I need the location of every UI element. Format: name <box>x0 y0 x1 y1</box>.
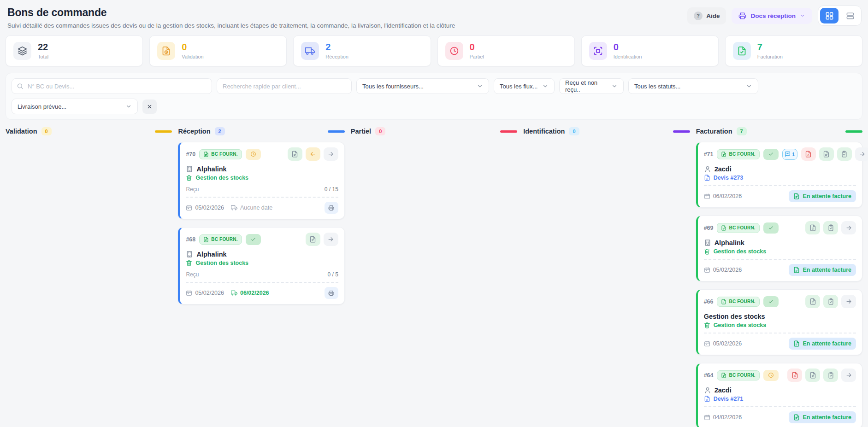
card-actions <box>805 221 856 234</box>
column-accent-bar <box>155 130 172 133</box>
card-source: Gestion des stocks <box>195 175 248 181</box>
supplier-filter-select[interactable]: Tous les fournisseurs... <box>356 78 489 94</box>
invoice-status-badge: En attente facture <box>789 190 856 202</box>
column-body: #70BC FOURN.AlphalinkGestion des stocksR… <box>178 142 344 304</box>
card-date: 04/02/2026 <box>704 414 742 421</box>
order-card-70[interactable]: #70BC FOURN.AlphalinkGestion des stocksR… <box>178 142 344 219</box>
file-action-button[interactable] <box>805 369 820 382</box>
view-toggle <box>818 6 862 26</box>
kanban-board: Validation0Réception2#70BC FOURN.Alphali… <box>6 127 862 427</box>
arrow-right-action-button[interactable] <box>324 233 338 246</box>
card-header: #68BC FOURN. <box>186 233 338 246</box>
arrow-right-action-button[interactable] <box>841 295 856 308</box>
status-filter-select[interactable]: Tous les statuts... <box>628 78 758 94</box>
progress-label: Reçu <box>186 271 199 278</box>
stat-card-reception: 2Réception <box>293 35 431 66</box>
calendar-icon <box>186 290 192 296</box>
stat-value: 0 <box>614 42 642 52</box>
column-accent-bar <box>673 130 690 133</box>
card-date: 05/02/2026 <box>186 290 224 296</box>
arrow-right-action-button[interactable] <box>841 221 856 234</box>
file-action-button[interactable] <box>306 233 320 246</box>
client-search-input[interactable] <box>217 78 352 94</box>
card-divider <box>704 333 856 333</box>
clipboard-check-icon <box>841 151 848 158</box>
order-card-66[interactable]: #66BC FOURN.Gestion des stocksGestion de… <box>696 289 862 355</box>
help-button[interactable]: ? Aide <box>687 7 726 24</box>
devis-link[interactable]: Devis #273 <box>714 175 744 181</box>
card-divider <box>186 197 338 198</box>
invoice-status-badge: En attente facture <box>789 338 856 350</box>
docs-reception-button[interactable]: Docs réception <box>732 8 812 24</box>
card-title-row: Alphalink <box>704 239 856 246</box>
file-action-button[interactable] <box>288 147 302 161</box>
file-icon <box>809 224 816 231</box>
print-button[interactable] <box>325 202 338 214</box>
clear-filters-button[interactable] <box>142 99 157 114</box>
arrow-right-action-button[interactable] <box>841 369 856 382</box>
clipboard-check-action-button[interactable] <box>823 369 838 382</box>
card-source-row: Gestion des stocks <box>704 248 856 255</box>
stat-label: Partiel <box>470 54 484 59</box>
card-title-row: 2acdi <box>704 386 856 394</box>
calendar-icon <box>704 414 710 421</box>
card-title: Alphalink <box>714 239 744 246</box>
arrow-right-icon <box>327 151 334 158</box>
pdf-action-button[interactable]: A <box>787 369 802 382</box>
arrow-right-action-button[interactable] <box>324 147 338 161</box>
print-button[interactable] <box>325 287 338 299</box>
person-icon <box>704 165 711 173</box>
devis-link[interactable]: Devis #271 <box>714 396 744 402</box>
stat-text: 22Total <box>38 42 48 59</box>
clipboard-check-action-button[interactable] <box>823 295 838 308</box>
invoice-status-label: En attente facture <box>803 340 851 347</box>
progress-value: 0 / 15 <box>325 186 338 193</box>
file-action-button[interactable] <box>805 221 820 234</box>
file-action-button[interactable] <box>805 295 820 308</box>
arrow-left-icon <box>309 151 316 158</box>
supplier-filter-value: Tous les fournisseurs... <box>362 83 424 90</box>
column-partiel: Partiel0 <box>351 127 517 142</box>
arrow-right-icon <box>845 372 852 379</box>
svg-text:A: A <box>808 153 809 156</box>
arrow-left-action-button[interactable] <box>306 147 320 161</box>
card-date-value: 06/02/2026 <box>713 193 742 199</box>
order-search-wrap <box>12 78 212 94</box>
order-card-69[interactable]: #69BC FOURN.AlphalinkGestion des stocks0… <box>696 216 862 281</box>
file-icon <box>721 225 726 231</box>
order-card-71[interactable]: #71BC FOURN.1A2acdiDevis #27306/02/2026E… <box>696 142 862 208</box>
file-action-button[interactable] <box>819 147 834 161</box>
card-header: #71BC FOURN.1A <box>704 147 856 161</box>
type-badge-label: BC FOURN. <box>211 237 237 242</box>
order-card-68[interactable]: #68BC FOURN.AlphalinkGestion des stocksR… <box>178 227 344 304</box>
truck-icon <box>231 205 237 211</box>
file-icon <box>721 299 726 304</box>
chevron-down-icon <box>125 103 132 110</box>
order-card-64[interactable]: #64BC FOURN.A2acdiDevis #27104/02/2026En… <box>696 363 862 427</box>
calendar-icon <box>186 205 192 211</box>
chevron-down-icon <box>477 83 483 89</box>
card-footer: 05/02/2026En attente facture <box>704 264 856 276</box>
stat-label: Total <box>38 54 48 59</box>
order-search-input[interactable] <box>12 78 212 94</box>
card-actions <box>288 147 338 161</box>
card-actions: A <box>787 369 856 382</box>
clipboard-check-action-button[interactable] <box>823 221 838 234</box>
received-filter-select[interactable]: Reçu et non reçu.. <box>559 78 624 94</box>
flow-filter-select[interactable]: Tous les flux... <box>494 78 555 94</box>
stat-label: Réception <box>325 54 348 59</box>
status-filter-value: Tous les statuts... <box>634 83 680 90</box>
stat-card-total: 22Total <box>6 35 143 66</box>
card-source: Gestion des stocks <box>714 322 767 328</box>
delivery-filter-select[interactable]: Livraison prévue... <box>12 99 138 114</box>
clipboard-check-action-button[interactable] <box>837 147 852 161</box>
list-view-button[interactable] <box>841 8 859 23</box>
type-badge-label: BC FOURN. <box>729 373 755 378</box>
arrow-right-action-button[interactable] <box>855 147 868 161</box>
filter-panel: Tous les fournisseurs... Tous les flux..… <box>6 73 862 120</box>
grid-view-button[interactable] <box>820 8 838 23</box>
pdf-action-button[interactable]: A <box>801 147 816 161</box>
type-badge-label: BC FOURN. <box>729 152 755 157</box>
arrow-right-icon <box>859 151 866 158</box>
stat-text: 0Partiel <box>470 42 484 59</box>
